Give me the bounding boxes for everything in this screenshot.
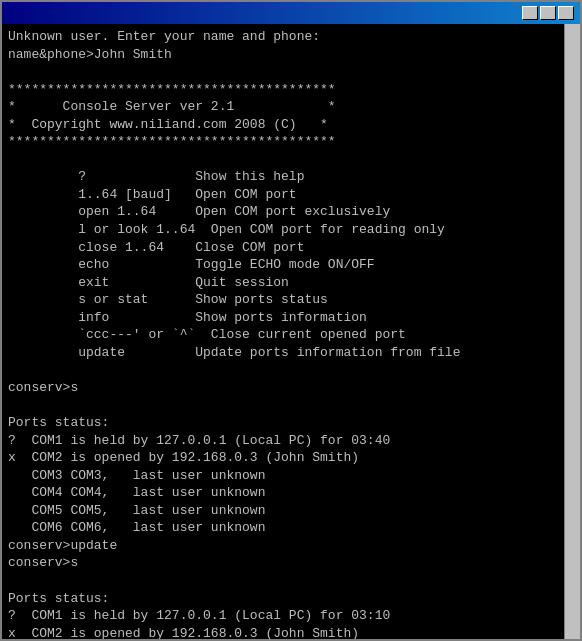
- window-controls: [522, 6, 574, 20]
- scrollbar[interactable]: [564, 24, 580, 639]
- title-bar: [2, 2, 580, 24]
- terminal-output[interactable]: Unknown user. Enter your name and phone:…: [2, 24, 564, 639]
- terminal-area: Unknown user. Enter your name and phone:…: [2, 24, 580, 639]
- close-button[interactable]: [558, 6, 574, 20]
- window: Unknown user. Enter your name and phone:…: [0, 0, 582, 641]
- maximize-button[interactable]: [540, 6, 556, 20]
- minimize-button[interactable]: [522, 6, 538, 20]
